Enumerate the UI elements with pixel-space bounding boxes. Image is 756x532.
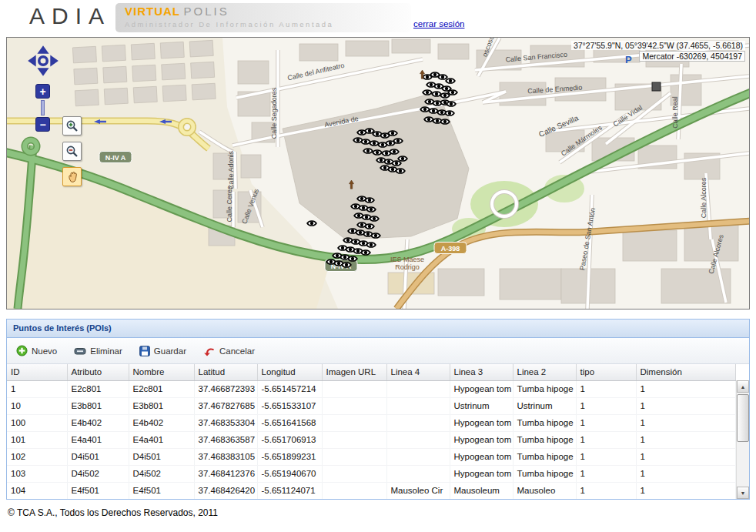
poi-eye-marker[interactable] [448, 90, 457, 95]
poi-eye-marker[interactable] [348, 256, 357, 261]
poi-table: IDAtributoNombreLatitudLongitudImagen UR… [7, 364, 736, 499]
scroll-down-arrow-icon[interactable]: ▼ [737, 487, 749, 499]
table-row[interactable]: 100E4b402E4b40237.468353304-5.651641568H… [7, 414, 736, 431]
delete-poi-button[interactable]: Eliminar [74, 346, 122, 356]
column-header-id[interactable]: ID [7, 364, 67, 380]
street-label: Calle Real [671, 96, 679, 129]
road-ref-badge: N-IV A [99, 152, 132, 163]
poi-grid: IDAtributoNombreLatitudLongitudImagen UR… [7, 364, 749, 499]
brand-subtitle: Administrador De Información Aumentada [125, 20, 402, 28]
brand-virtual: VIRTUAL [125, 5, 180, 18]
poi-eye-marker[interactable] [446, 79, 455, 83]
map-zoom-control: + − [35, 84, 50, 132]
poi-eye-marker[interactable] [445, 111, 454, 115]
delete-icon [74, 346, 86, 356]
poi-eye-marker[interactable] [370, 141, 379, 146]
poi-eye-marker[interactable] [366, 207, 376, 212]
poi-eye-marker[interactable] [371, 233, 380, 238]
table-row[interactable]: 101E4a401E4a40137.468363587-5.651706913H… [7, 431, 736, 448]
table-row[interactable]: 103D4i502D4i50237.468412376-5.651940670H… [7, 465, 736, 482]
poi-eye-marker[interactable] [424, 117, 433, 122]
scrollbar-thumb[interactable] [737, 394, 749, 442]
scroll-up-arrow-icon[interactable]: ▲ [737, 380, 749, 393]
poi-eye-marker[interactable] [440, 93, 450, 98]
poi-eye-marker[interactable] [438, 75, 447, 79]
save-icon [139, 346, 150, 356]
copyright-text: © TCA S.A., Todos los Derechos Reservado… [8, 507, 756, 518]
map-pan-control[interactable] [27, 45, 59, 77]
poi-eye-marker[interactable] [392, 161, 401, 166]
adia-logo: ADIA [29, 3, 111, 29]
poi-eye-marker[interactable] [423, 90, 432, 95]
poi-eye-marker[interactable] [447, 102, 456, 106]
column-header-dimensión[interactable]: Dimensión [636, 364, 736, 380]
zoom-slider[interactable] [41, 100, 45, 115]
poi-eye-marker[interactable] [429, 109, 438, 113]
poi-eye-marker[interactable] [366, 243, 376, 247]
cancel-button[interactable]: Cancelar [203, 346, 255, 356]
app-header: ADIA VIRTUAL POLIS Administrador De Info… [0, 0, 756, 35]
selected-building-marker[interactable] [652, 82, 661, 91]
poi-eye-marker[interactable] [361, 139, 370, 144]
new-poi-button[interactable]: Nuevo [16, 345, 57, 356]
poi-eye-marker[interactable] [432, 92, 441, 96]
pan-arrows-icon [28, 45, 59, 76]
street-label: Calle Adonis [227, 150, 235, 189]
poi-eye-marker[interactable] [396, 169, 405, 173]
column-header-linea-2[interactable]: Linea 2 [513, 364, 576, 380]
table-header-row: IDAtributoNombreLatitudLongitudImagen UR… [7, 364, 736, 380]
poi-eye-marker[interactable] [370, 216, 379, 221]
undo-icon [203, 346, 216, 356]
poi-eye-marker[interactable] [420, 107, 430, 112]
table-row[interactable]: 102D4i501D4i50137.468383105-5.651899231H… [7, 448, 736, 465]
hand-icon [65, 170, 79, 184]
save-poi-button[interactable]: Guardar [139, 346, 186, 356]
brand-polis: POLIS [183, 5, 229, 18]
column-header-tipo[interactable]: tipo [576, 364, 636, 380]
street-label: Calle Segadores [270, 87, 278, 139]
table-row[interactable]: 104E4f501E4f50137.468426420-5.651124071M… [7, 482, 736, 499]
column-header-nombre[interactable]: Nombre [129, 364, 194, 380]
poi-eye-marker[interactable] [342, 263, 351, 267]
map-canvas[interactable]: N-IV AN-IV AA-398 Calle del AnfiteatroCa… [7, 38, 749, 309]
zoom-out-button[interactable]: − [35, 117, 50, 132]
column-header-linea-3[interactable]: Linea 3 [450, 364, 513, 380]
pan-tool-button[interactable] [62, 167, 82, 186]
column-header-atributo[interactable]: Atributo [67, 364, 129, 380]
poi-eye-marker[interactable] [393, 139, 403, 143]
coords-geographic: 37°27'55.9"N, 05°39'42.5"W (37.4655, -5.… [571, 41, 745, 50]
poi-eye-marker[interactable] [440, 119, 450, 124]
zoom-in-button[interactable]: + [35, 84, 50, 99]
zoom-out-tool-button[interactable] [62, 142, 82, 161]
map-tools [62, 116, 82, 186]
poi-eye-marker[interactable] [307, 221, 316, 226]
poi-eye-marker[interactable] [365, 129, 374, 133]
poi-eye-marker[interactable] [390, 149, 399, 154]
magnifier-minus-icon [65, 145, 79, 158]
poi-panel-title: Puntos de Interés (POIs) [7, 320, 749, 338]
poi-toolbar: Nuevo Eliminar Guardar Cancelar [7, 338, 749, 364]
poi-panel: Puntos de Interés (POIs) Nuevo Eliminar [6, 319, 750, 500]
magnifier-plus-icon [65, 119, 79, 132]
table-row[interactable]: 10E3b801E3b80137.467827685-5.651533107Us… [7, 397, 736, 414]
poi-eye-marker[interactable] [361, 250, 370, 255]
poi-eye-marker[interactable] [398, 156, 407, 161]
map-panel[interactable]: N-IV AN-IV AA-398 Calle del AnfiteatroCa… [6, 37, 750, 309]
poi-eye-marker[interactable] [388, 131, 397, 136]
coords-mercator: Mercator -630269, 4504197 [639, 51, 745, 62]
poi-eye-marker[interactable] [373, 150, 382, 155]
street-label: Calle Ceres [226, 186, 233, 223]
poi-eye-marker[interactable] [365, 224, 374, 229]
column-header-linea-4[interactable]: Linea 4 [386, 364, 450, 380]
grid-scrollbar[interactable]: ▲ ▼ [736, 380, 749, 499]
column-header-longitud[interactable]: Longitud [257, 364, 322, 380]
zoom-in-tool-button[interactable] [62, 116, 82, 136]
logout-link[interactable]: cerrar sesión [413, 19, 464, 28]
svg-text:N-IV A: N-IV A [105, 154, 126, 162]
table-row[interactable]: 1E2c801E2c80137.466872393-5.651457214Hyp… [7, 380, 736, 397]
column-header-latitud[interactable]: Latitud [194, 364, 257, 380]
poi-eye-marker[interactable] [365, 198, 374, 202]
street-label: Rodrigo [395, 263, 420, 271]
column-header-imagen-url[interactable]: Imagen URL [322, 364, 386, 380]
poi-eye-marker[interactable] [363, 149, 373, 153]
